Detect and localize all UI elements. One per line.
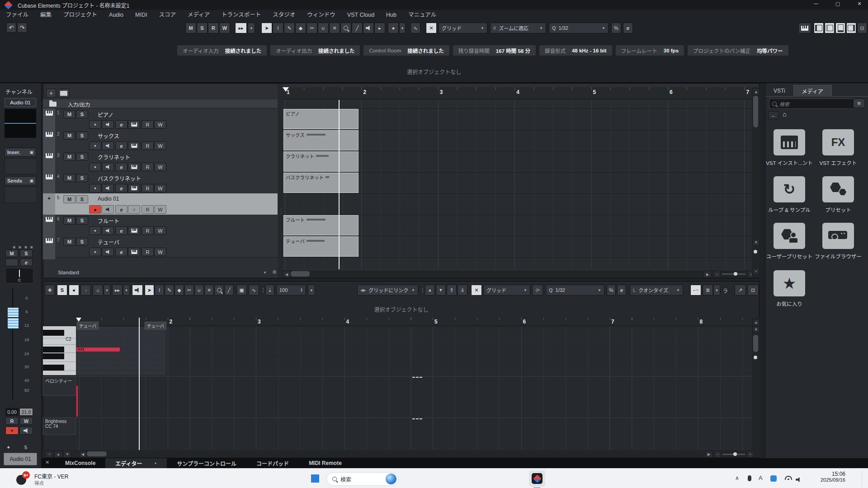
arrangement-ruler[interactable]: 1234567 — [283, 87, 752, 99]
track-read-button[interactable]: R — [142, 163, 154, 171]
track-visibility-button[interactable] — [58, 89, 70, 98]
track-row-Audio 01[interactable]: ✦5MSAudio 01●e○RW — [43, 193, 278, 215]
editor-zoom-tool-tool-button[interactable] — [214, 285, 224, 296]
scroll-left-button[interactable]: ◀ — [283, 271, 291, 278]
media-tile-ファイルブラウザー[interactable] — [822, 223, 854, 249]
event-フルート[interactable]: フルート — [283, 215, 359, 235]
info-pill[interactable]: 録音形式48 kHz - 16 bit — [539, 45, 612, 56]
zoom-slider-handle[interactable] — [734, 272, 737, 276]
lower-tab-エディター[interactable]: エディター▼ — [105, 458, 167, 468]
channel-bottom-name[interactable]: Audio 01 — [4, 453, 37, 465]
show-desktop-button[interactable] — [862, 470, 867, 487]
transpose-down-button[interactable]: ▼ — [436, 285, 446, 296]
editor-swing-button[interactable]: % — [607, 285, 616, 296]
range-tool-button[interactable]: I — [273, 23, 283, 33]
editor-erase-tool-button[interactable]: ◆ — [175, 285, 184, 296]
track-instrument-button[interactable] — [128, 184, 140, 192]
media-tile-VST エフェクト[interactable]: FX — [822, 129, 854, 155]
strip-record-button[interactable]: ● — [5, 427, 19, 435]
track-instrument-button[interactable] — [128, 248, 140, 256]
track-row-フルート[interactable]: 6MSフルート●eRW — [43, 215, 278, 236]
transpose-up-button[interactable]: ▲ — [425, 285, 435, 296]
cc-lane[interactable] — [76, 418, 752, 450]
record-in-editor-button[interactable]: ● — [69, 285, 79, 296]
menu-ファイル[interactable]: ファイル — [0, 10, 34, 20]
undo-button[interactable]: ↶ — [6, 23, 16, 33]
io-folder-row[interactable]: 入力/出力 — [43, 99, 278, 108]
track-solo-button[interactable]: S — [76, 195, 88, 203]
track-name[interactable]: Audio 01 — [98, 196, 119, 202]
menu-Hub[interactable]: Hub — [380, 10, 402, 20]
project-playhead[interactable] — [339, 100, 340, 269]
track-mute-button[interactable]: M — [63, 174, 75, 182]
zoom-mode-dropdown[interactable]: # ズームに適応▼ — [490, 23, 546, 33]
track-monitor-button[interactable] — [102, 205, 114, 214]
editor-setup-button[interactable]: ⊡ — [747, 285, 759, 296]
strip-read-button[interactable]: R — [5, 417, 19, 425]
add-track-button[interactable]: + — [46, 89, 56, 98]
lower-zone-toggle[interactable] — [835, 23, 845, 33]
tracklist-splitter[interactable]: ··· — [278, 84, 283, 278]
spinner[interactable]: ▲▼ — [300, 288, 303, 292]
acoustic-feedback-button[interactable]: ◑ — [80, 285, 91, 296]
arrangement-grid[interactable]: ピアノサックスクラリネットバスクラリネットフルートテューバ — [283, 100, 752, 269]
event-クラリネット[interactable]: クラリネット — [283, 151, 359, 172]
home-button[interactable]: ⌂ — [783, 110, 787, 118]
cc-lane-label[interactable]: Brightness CC 74 — [43, 418, 76, 435]
editor-mute-tool-button[interactable]: ✕ — [204, 285, 214, 296]
media-tile-VST インスト...ント[interactable] — [774, 129, 805, 155]
notification-app-icon[interactable] — [770, 475, 777, 482]
track-edit-button[interactable]: e — [115, 163, 127, 171]
send-slot[interactable] — [5, 187, 37, 203]
menu-VST Cloud[interactable]: VST Cloud — [341, 10, 380, 20]
track-monitor-button[interactable] — [102, 141, 114, 150]
insert-curve-button[interactable]: ∿ — [249, 285, 259, 296]
track-row-サックス[interactable]: 2MSサックス●eRW — [43, 130, 278, 151]
part-list-button[interactable]: ≣ — [703, 285, 713, 296]
track-row-テューバ[interactable]: 7MSテューバ●eRW — [43, 236, 278, 258]
lane-up-button[interactable]: ▲ — [54, 451, 62, 458]
step-input-button[interactable]: ⇣ — [265, 285, 274, 296]
octave-up-button[interactable]: ⇑ — [447, 285, 457, 296]
media-tile-お気に入り[interactable]: ★ — [774, 270, 805, 296]
window-layout-setup-button[interactable]: ⊡ — [857, 23, 867, 33]
part-tab-1[interactable]: テューバ — [77, 322, 99, 329]
track-instrument-button[interactable] — [128, 163, 140, 171]
lane-down-button[interactable]: ▼ — [63, 451, 71, 458]
black-key[interactable] — [43, 347, 64, 352]
vzoom-slider-handle[interactable] — [754, 250, 757, 253]
menu-スタジオ[interactable]: スタジオ — [267, 10, 301, 20]
lower-tab-MixConsole[interactable]: MixConsole — [55, 458, 105, 468]
track-read-button[interactable]: R — [142, 184, 154, 192]
volume-fader[interactable] — [7, 307, 19, 329]
track-mute-button[interactable]: M — [63, 153, 75, 161]
preset-gear-icon[interactable]: ⚙ — [272, 269, 277, 275]
editor-home-button[interactable]: ⌂ — [93, 285, 103, 296]
auto-scroll-button[interactable]: ▸▸ — [235, 23, 247, 33]
track-monitor-button[interactable] — [102, 184, 114, 192]
clock[interactable]: 15:06 2025/09/16 — [809, 471, 845, 483]
automation-s-button[interactable]: S — [197, 23, 208, 33]
velocity-dropdown[interactable]: ▼ — [308, 285, 315, 296]
track-name[interactable]: ピアノ — [98, 111, 113, 118]
track-solo-button[interactable]: S — [76, 110, 88, 118]
velocity-lane[interactable] — [76, 376, 752, 417]
automation-m-button[interactable]: M — [185, 23, 196, 33]
right-tab-VSTi[interactable]: VSTi — [765, 85, 793, 96]
track-row-バスクラリネット[interactable]: 4MSバスクラリネット●eRW — [43, 172, 278, 194]
track-solo-button[interactable]: S — [76, 238, 88, 246]
grid-type-dropdown[interactable]: グリッド▼ — [439, 23, 487, 33]
media-tile-プリセット[interactable] — [822, 176, 854, 202]
draw-tool-button[interactable]: ✎ — [284, 23, 295, 33]
vscroll-up-button[interactable]: ▲ — [753, 89, 760, 95]
ime-indicator[interactable]: A — [759, 474, 763, 481]
black-key[interactable] — [43, 330, 64, 336]
track-mute-button[interactable]: M — [63, 216, 75, 225]
quantize-dropdown[interactable]: Q 1/32▼ — [549, 23, 609, 33]
automation-w-button[interactable]: W — [219, 23, 230, 33]
info-pill[interactable]: Control Room接続されました — [363, 45, 449, 56]
part-tab-2[interactable]: テューバ — [145, 322, 166, 329]
strip-mute-button[interactable]: M — [5, 249, 18, 257]
track-name[interactable]: サックス — [98, 132, 119, 140]
track-read-button[interactable]: R — [142, 205, 154, 214]
